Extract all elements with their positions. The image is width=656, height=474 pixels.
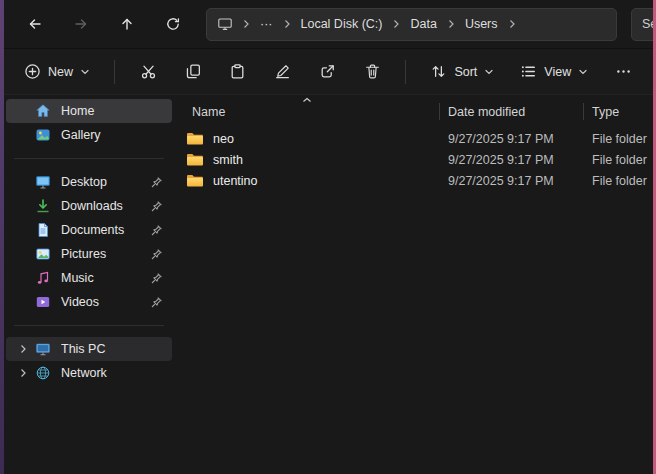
sidebar-item-network[interactable]: Network: [6, 361, 172, 385]
sort-icon: [430, 63, 447, 80]
breadcrumb-root-button[interactable]: [211, 12, 239, 36]
breadcrumb-chevron-icon[interactable]: [389, 18, 403, 30]
search-input[interactable]: [642, 17, 653, 31]
videos-icon: [34, 294, 52, 310]
this-pc-icon: [34, 341, 52, 357]
share-button[interactable]: [308, 55, 347, 89]
folder-icon: [186, 173, 204, 188]
pictures-icon: [34, 246, 52, 262]
forward-button[interactable]: [60, 7, 102, 41]
file-date-modified: 9/27/2025 9:17 PM: [440, 174, 584, 188]
column-header-name[interactable]: Name: [174, 99, 440, 124]
folder-icon: [186, 152, 204, 167]
expand-chevron-icon[interactable]: [12, 343, 34, 355]
copy-button[interactable]: [174, 55, 213, 89]
sidebar-item-label: Pictures: [61, 247, 144, 261]
refresh-icon: [165, 16, 181, 32]
gallery-icon: [34, 127, 52, 143]
sidebar-item-label: Videos: [61, 295, 144, 309]
paste-button[interactable]: [218, 55, 257, 89]
pin-icon: [148, 200, 164, 213]
sidebar-item-label: Downloads: [61, 199, 144, 213]
new-button-label: New: [48, 65, 73, 79]
sidebar-item-this-pc[interactable]: This PC: [6, 337, 172, 361]
sidebar-item-home[interactable]: Home: [6, 99, 172, 123]
desktop-icon: [34, 174, 52, 190]
sidebar-separator: [14, 325, 164, 326]
back-button[interactable]: [14, 7, 56, 41]
file-row[interactable]: neo 9/27/2025 9:17 PM File folder: [174, 128, 653, 149]
cut-button[interactable]: [129, 55, 168, 89]
sidebar-item-music[interactable]: Music: [6, 266, 172, 290]
pin-icon: [148, 224, 164, 237]
sidebar-item-videos[interactable]: Videos: [6, 290, 172, 314]
command-toolbar: New: [4, 49, 653, 95]
home-icon: [34, 103, 52, 119]
breadcrumb-chevron-icon[interactable]: [239, 18, 253, 30]
refresh-button[interactable]: [152, 7, 194, 41]
expand-chevron-icon[interactable]: [12, 367, 34, 379]
column-header-date-modified[interactable]: Date modified: [440, 99, 584, 124]
sidebar-item-desktop[interactable]: Desktop: [6, 170, 172, 194]
sort-button-label: Sort: [454, 65, 477, 79]
toolbar-divider: [114, 60, 115, 84]
more-options-button[interactable]: [604, 55, 643, 89]
up-button[interactable]: [106, 7, 148, 41]
file-row[interactable]: utentino 9/27/2025 9:17 PM File folder: [174, 170, 653, 191]
sidebar-item-label: Network: [61, 366, 164, 380]
file-rows: neo 9/27/2025 9:17 PM File folder smith …: [174, 128, 653, 191]
file-date-modified: 9/27/2025 9:17 PM: [440, 132, 584, 146]
new-button[interactable]: New: [14, 56, 100, 87]
address-bar[interactable]: ··· Local Disk (C:) Data Users: [206, 8, 617, 41]
back-icon: [27, 16, 43, 32]
sidebar-item-label: Gallery: [61, 128, 164, 142]
chevron-down-icon: [578, 67, 588, 77]
search-box: [631, 8, 653, 41]
sidebar-item-label: Documents: [61, 223, 144, 237]
delete-button[interactable]: [353, 55, 392, 89]
file-name: neo: [213, 132, 234, 146]
column-header-type[interactable]: Type: [584, 99, 653, 124]
sidebar-item-documents[interactable]: Documents: [6, 218, 172, 242]
breadcrumb-chevron-icon[interactable]: [444, 18, 458, 30]
breadcrumb-overflow-button[interactable]: ···: [253, 13, 280, 35]
share-icon: [319, 63, 336, 80]
column-headers: Name Date modified Type: [174, 99, 653, 124]
sidebar-item-label: Desktop: [61, 175, 144, 189]
network-icon: [34, 365, 52, 381]
breadcrumb-item[interactable]: Local Disk (C:): [294, 13, 390, 35]
pin-icon: [148, 296, 164, 309]
chevron-down-icon: [484, 67, 494, 77]
sidebar-item-downloads[interactable]: Downloads: [6, 194, 172, 218]
copy-icon: [185, 63, 202, 80]
file-row[interactable]: smith 9/27/2025 9:17 PM File folder: [174, 149, 653, 170]
view-button[interactable]: View: [510, 56, 598, 87]
downloads-icon: [34, 198, 52, 214]
folder-icon: [186, 131, 204, 146]
sort-ascending-icon: [302, 97, 312, 103]
forward-icon: [73, 16, 89, 32]
breadcrumb-item[interactable]: Data: [403, 13, 443, 35]
documents-icon: [34, 222, 52, 238]
file-explorer-window: ··· Local Disk (C:) Data Users: [4, 0, 653, 474]
navigation-pane: Home Gallery Desktop: [4, 95, 174, 474]
sidebar-item-label: This PC: [61, 342, 164, 356]
column-resize-handle[interactable]: [583, 103, 584, 120]
navigation-bar: ··· Local Disk (C:) Data Users: [4, 0, 653, 49]
main-area: Home Gallery Desktop: [4, 95, 653, 474]
view-icon: [520, 63, 537, 80]
breadcrumb-chevron-icon[interactable]: [505, 18, 519, 30]
sidebar-item-gallery[interactable]: Gallery: [6, 123, 172, 147]
breadcrumb-item[interactable]: Users: [458, 13, 505, 35]
breadcrumb-chevron-icon[interactable]: [280, 18, 294, 30]
file-list-pane: Name Date modified Type: [174, 95, 653, 474]
file-type: File folder: [584, 174, 653, 188]
paste-icon: [229, 63, 246, 80]
sidebar-item-pictures[interactable]: Pictures: [6, 242, 172, 266]
sort-button[interactable]: Sort: [420, 56, 504, 87]
file-type: File folder: [584, 132, 653, 146]
rename-button[interactable]: [263, 55, 302, 89]
new-icon: [24, 63, 41, 80]
chevron-down-icon: [80, 67, 90, 77]
file-name: smith: [213, 153, 243, 167]
